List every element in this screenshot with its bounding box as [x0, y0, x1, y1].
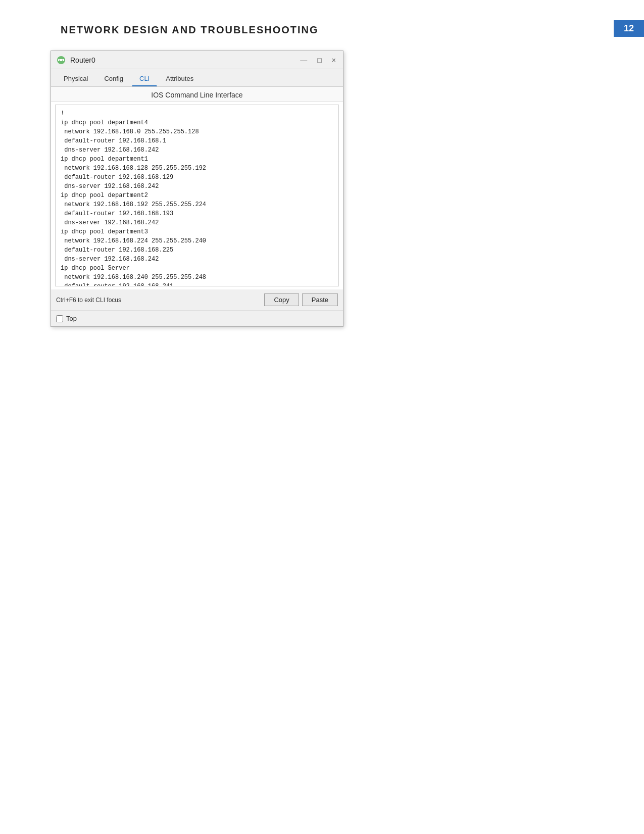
bottom-bar: Ctrl+F6 to exit CLI focus Copy Paste: [51, 289, 343, 310]
tab-attributes[interactable]: Attributes: [158, 71, 201, 86]
copy-button[interactable]: Copy: [264, 293, 299, 306]
page-number-badge: 12: [614, 20, 644, 37]
titlebar: Router0 — □ ×: [51, 51, 343, 69]
minimize-button[interactable]: —: [298, 55, 309, 65]
svg-rect-1: [58, 59, 64, 61]
svg-point-2: [59, 60, 60, 61]
tab-config[interactable]: Config: [96, 71, 131, 86]
tab-bar: Physical Config CLI Attributes: [51, 69, 343, 87]
svg-point-3: [62, 60, 63, 61]
cli-hint: Ctrl+F6 to exit CLI focus: [56, 297, 121, 304]
tab-cli[interactable]: CLI: [132, 71, 157, 86]
router-icon: [56, 55, 66, 65]
window-title: Router0: [70, 56, 95, 64]
page-title: NETWORK DESIGN AND TROUBLESHOOTING: [61, 24, 319, 36]
top-label: Top: [66, 315, 77, 322]
top-checkbox[interactable]: [56, 315, 63, 322]
window-content: IOS Command Line Interface ! ip dhcp poo…: [51, 87, 343, 326]
maximize-button[interactable]: □: [315, 55, 323, 65]
cli-terminal[interactable]: ! ip dhcp pool department4 network 192.1…: [55, 105, 339, 286]
cli-section-title: IOS Command Line Interface: [51, 87, 343, 102]
button-group: Copy Paste: [264, 293, 338, 306]
titlebar-left: Router0: [56, 55, 95, 65]
top-area: Top: [51, 310, 343, 326]
titlebar-controls: — □ ×: [298, 55, 338, 65]
paste-button[interactable]: Paste: [302, 293, 338, 306]
close-button[interactable]: ×: [330, 55, 338, 65]
router-window: Router0 — □ × Physical Config CLI Attrib…: [51, 51, 343, 327]
tab-physical[interactable]: Physical: [56, 71, 95, 86]
